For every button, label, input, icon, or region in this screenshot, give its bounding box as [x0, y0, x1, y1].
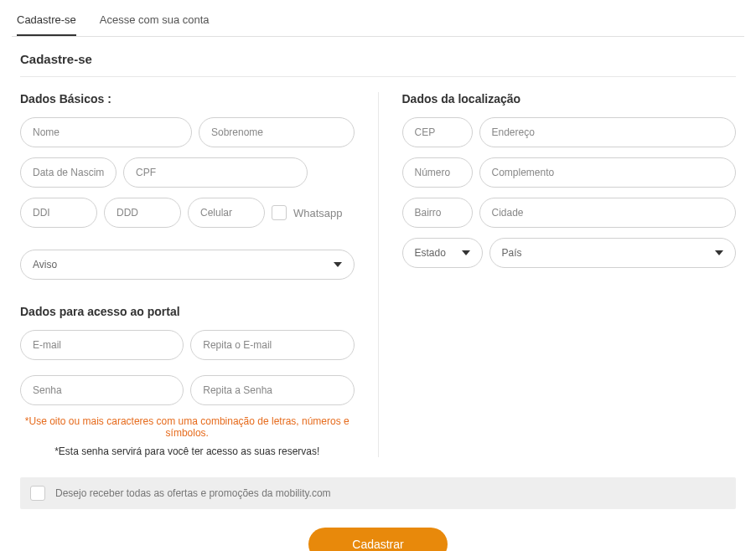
tabs: Cadastre-se Acesse com sua conta [12, 8, 744, 37]
cep-field[interactable] [402, 117, 473, 147]
endereco-field[interactable] [479, 117, 737, 147]
whatsapp-checkbox[interactable] [272, 205, 287, 220]
tab-register[interactable]: Cadastre-se [17, 8, 76, 36]
password-hint-info: *Esta senha servirá para você ter acesso… [20, 445, 355, 457]
ddi-field[interactable] [20, 198, 97, 228]
senha-field[interactable] [20, 375, 184, 405]
offers-label: Desejo receber todas as ofertas e promoç… [55, 487, 331, 499]
nome-field[interactable] [20, 117, 192, 147]
senha-repeat-field[interactable] [190, 375, 354, 405]
estado-select[interactable]: Estado [402, 238, 483, 268]
page-title: Cadastre-se [20, 52, 736, 77]
celular-field[interactable] [188, 198, 265, 228]
sobrenome-field[interactable] [199, 117, 355, 147]
whatsapp-label: Whatsapp [293, 207, 343, 219]
data-nascimento-field[interactable] [20, 157, 117, 188]
complemento-field[interactable] [479, 157, 737, 188]
password-hint-requirements: *Use oito ou mais caracteres com uma com… [20, 415, 355, 439]
numero-field[interactable] [402, 157, 473, 188]
section-basic-title: Dados Básicos : [20, 92, 355, 106]
ddd-field[interactable] [104, 198, 181, 228]
email-field[interactable] [20, 330, 184, 360]
email-repeat-field[interactable] [190, 330, 354, 360]
pais-select[interactable]: País [489, 238, 737, 268]
section-location-title: Dados da localização [402, 92, 737, 106]
tab-login[interactable]: Acesse com sua conta [100, 8, 210, 36]
cidade-field[interactable] [479, 198, 737, 228]
submit-button[interactable]: Cadastrar [308, 528, 447, 551]
aviso-select[interactable]: Aviso [20, 250, 355, 280]
section-access-title: Dados para acesso ao portal [20, 305, 355, 318]
offers-bar: Desejo receber todas as ofertas e promoç… [20, 477, 736, 509]
bairro-field[interactable] [402, 198, 473, 228]
offers-checkbox[interactable] [30, 486, 45, 501]
cpf-field[interactable] [123, 157, 308, 188]
